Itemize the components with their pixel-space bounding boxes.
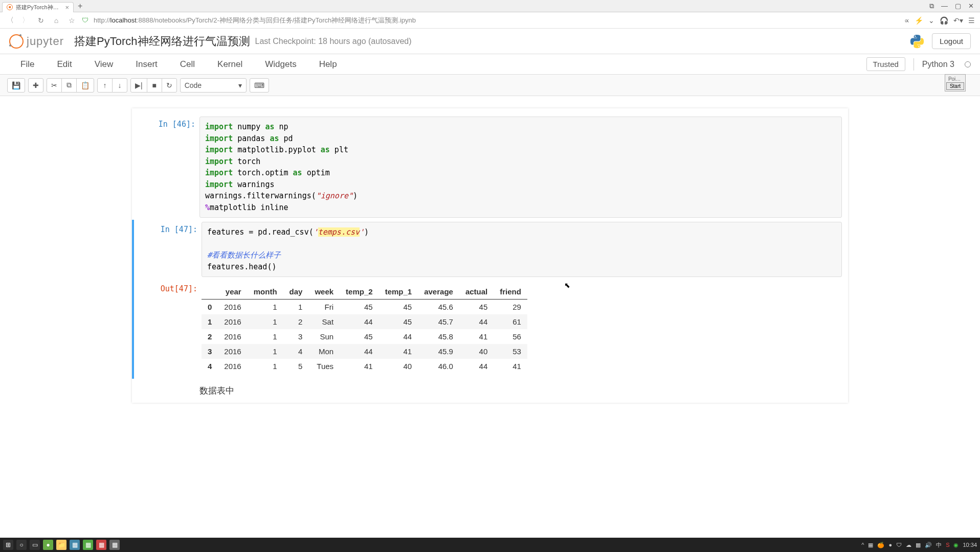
browser-tab[interactable]: 搭建PyTorch神经网络进行气温… × [2, 2, 74, 12]
cut-cell-button[interactable]: ✂ [47, 78, 62, 93]
logout-button[interactable]: Logout [932, 33, 971, 49]
jupyter-logo-text: jupyter [27, 35, 64, 48]
kernel-name[interactable]: Python 3 [922, 60, 954, 69]
divider [914, 58, 914, 71]
code-input[interactable]: features = pd.read_csv('temps.csv') #看看数… [202, 222, 842, 277]
menu-bar: File Edit View Insert Cell Kernel Widget… [0, 54, 980, 75]
tray-icon[interactable]: ● [888, 542, 892, 548]
menu-icon[interactable]: ☰ [968, 16, 975, 25]
stop-button[interactable]: ■ [147, 78, 162, 93]
pointer-widget[interactable]: Poi… Start [945, 74, 966, 91]
nav-reload-icon[interactable]: ↻ [36, 15, 46, 26]
code-cell-selected[interactable]: In [47]: features = pd.read_csv('temps.c… [132, 220, 848, 279]
tray-icon[interactable]: 🛡 [896, 542, 902, 548]
nav-forward-icon[interactable]: 〉 [20, 15, 31, 26]
menu-kernel[interactable]: Kernel [206, 56, 254, 73]
tray-icon[interactable]: ▩ [916, 542, 921, 548]
headphone-icon[interactable]: 🎧 [940, 16, 948, 25]
share-icon[interactable]: ∝ [904, 16, 909, 25]
kernel-indicator-icon [965, 61, 971, 67]
cell-type-select[interactable]: Code▾ [180, 78, 247, 93]
tray-icon[interactable]: ▦ [868, 542, 873, 548]
window-prefs-icon[interactable]: ⧉ [929, 2, 934, 10]
nav-back-icon[interactable]: 〈 [5, 15, 15, 26]
close-tab-icon[interactable]: × [65, 4, 69, 11]
menu-widgets[interactable]: Widgets [254, 56, 307, 73]
app-icon[interactable]: ● [43, 540, 53, 550]
menu-help[interactable]: Help [308, 56, 348, 73]
prompt-in: In [47]: [140, 222, 202, 277]
save-button[interactable]: 💾 [7, 78, 25, 93]
start-menu-icon[interactable]: ⊞ [3, 540, 13, 550]
tab-title: 搭建PyTorch神经网络进行气温… [16, 4, 62, 11]
jupyter-logo[interactable]: jupyter [9, 34, 64, 49]
table-row: 2201613Sun454445.84156 [202, 329, 527, 344]
url-bar: 〈 〉 ↻ ⌂ ☆ 🛡 http://localhost:8888/notebo… [0, 12, 980, 29]
table-header: temp_1 [379, 284, 418, 300]
volume-icon[interactable]: 🔊 [925, 542, 932, 548]
start-button[interactable]: Start [946, 82, 964, 90]
command-palette-button[interactable]: ⌨ [250, 78, 269, 93]
notebook-area: In [46]: import numpy as np import panda… [0, 96, 980, 415]
code-input[interactable]: import numpy as np import pandas as pd i… [199, 117, 842, 218]
code-cell[interactable]: In [46]: import numpy as np import panda… [132, 114, 848, 220]
notebook-title[interactable]: 搭建PyTorch神经网络进行气温预测 [74, 34, 250, 49]
table-header: year [218, 284, 247, 300]
output-cell: Out[47]: yearmonthdayweektemp_2temp_1ave… [132, 279, 848, 379]
chevron-down-icon: ▾ [238, 81, 242, 89]
url-text[interactable]: http://localhost:8888/notebooks/PyTorch/… [94, 16, 416, 25]
prompt-in: In [46]: [138, 117, 199, 218]
new-tab-button[interactable]: + [74, 2, 86, 11]
tray-icon[interactable]: ^ [861, 542, 864, 548]
menu-file[interactable]: File [9, 56, 46, 73]
jupyter-header: jupyter 搭建PyTorch神经网络进行气温预测 Last Checkpo… [0, 29, 980, 54]
clock[interactable]: 10:34 [963, 542, 977, 548]
copy-cell-button[interactable]: ⧉ [61, 78, 77, 93]
window-maximize-icon[interactable]: ▢ [955, 2, 961, 10]
markdown-cell[interactable]: 数据表中 [132, 379, 848, 397]
window-minimize-icon[interactable]: — [941, 2, 948, 10]
bolt-icon[interactable]: ⚡ [915, 16, 923, 25]
window-close-icon[interactable]: ✕ [968, 2, 974, 10]
cortana-icon[interactable]: ○ [16, 540, 27, 550]
nav-home-icon[interactable]: ⌂ [51, 15, 61, 26]
toolbar: 💾 ✚ ✂ ⧉ 📋 ↑ ↓ ▶| ■ ↻ Code▾ ⌨ [0, 75, 980, 96]
menu-view[interactable]: View [83, 56, 125, 73]
explorer-icon[interactable]: 📁 [56, 540, 66, 550]
app-icon[interactable]: ▦ [83, 540, 93, 550]
tray-icon[interactable]: ☁ [906, 542, 911, 548]
shield-icon[interactable]: 🛡 [82, 16, 88, 24]
table-header: week [308, 284, 340, 300]
table-header: month [248, 284, 283, 300]
app-icon[interactable]: ▦ [96, 540, 106, 550]
jupyter-logo-icon [9, 34, 24, 49]
move-up-button[interactable]: ↑ [97, 78, 113, 93]
menu-cell[interactable]: Cell [169, 56, 206, 73]
menu-edit[interactable]: Edit [46, 56, 83, 73]
prompt-out: Out[47]: [140, 281, 202, 377]
menu-insert[interactable]: Insert [124, 56, 169, 73]
move-down-button[interactable]: ↓ [112, 78, 127, 93]
table-header: actual [459, 284, 494, 300]
insert-cell-button[interactable]: ✚ [28, 78, 43, 93]
tray-icon[interactable]: 🍊 [877, 542, 884, 548]
dataframe-table: yearmonthdayweektemp_2temp_1averageactua… [202, 284, 527, 374]
trusted-button[interactable]: Trusted [866, 57, 905, 71]
restart-button[interactable]: ↻ [162, 78, 177, 93]
app-icon[interactable]: ▦ [109, 540, 120, 550]
undo-icon[interactable]: ↶▾ [953, 16, 963, 25]
nav-star-icon[interactable]: ☆ [66, 15, 77, 26]
run-button[interactable]: ▶| [130, 78, 147, 93]
jupyter-favicon-icon [7, 4, 13, 10]
ime-icon[interactable]: 中 [936, 541, 942, 549]
tray-icon[interactable]: S [946, 542, 949, 548]
table-header: day [283, 284, 309, 300]
app-icon[interactable]: ▦ [70, 540, 80, 550]
checkpoint-text: Last Checkpoint: 18 hours ago (autosaved… [255, 37, 412, 46]
table-header: temp_2 [340, 284, 379, 300]
task-view-icon[interactable]: ▭ [30, 540, 40, 550]
chevron-down-icon[interactable]: ⌄ [928, 16, 934, 25]
table-row: 3201614Mon444145.94053 [202, 344, 527, 359]
paste-cell-button[interactable]: 📋 [76, 78, 94, 93]
tray-icon[interactable]: ◉ [953, 542, 959, 548]
